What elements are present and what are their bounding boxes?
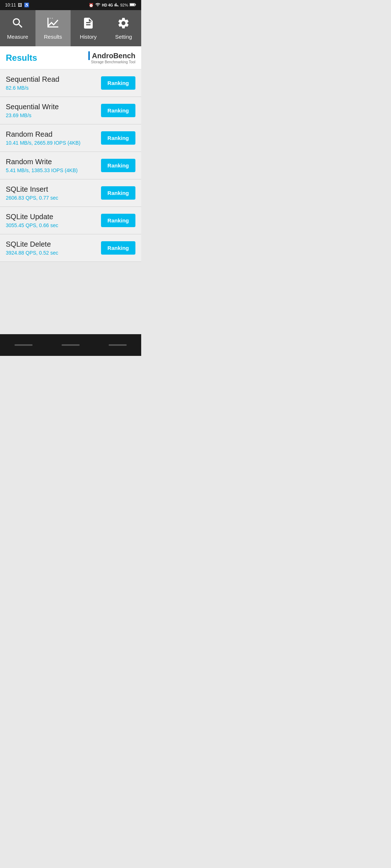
bottom-bar	[0, 334, 141, 356]
result-value-6: 3924.88 QPS, 0.52 sec	[6, 250, 58, 256]
status-right: ⏰ HD 4G 92%	[89, 2, 136, 8]
bottom-pill-right	[109, 344, 127, 346]
wifi-icon	[95, 2, 100, 8]
history-icon	[82, 17, 95, 31]
svg-rect-1	[135, 4, 136, 5]
photo-icon: 🖼	[18, 3, 22, 8]
result-value-4: 2606.83 QPS, 0.77 sec	[6, 195, 58, 201]
result-row-sequential-write: Sequential Write 23.69 MB/s Ranking	[0, 97, 141, 124]
brand-text: AndroBench	[92, 52, 135, 60]
result-row-random-write: Random Write 5.41 MB/s, 1385.33 IOPS (4K…	[0, 152, 141, 179]
svg-rect-3	[47, 26, 58, 27]
result-info-sequential-write: Sequential Write 23.69 MB/s	[6, 103, 59, 118]
result-value-2: 10.41 MB/s, 2665.89 IOPS (4KB)	[6, 140, 80, 146]
tab-results[interactable]: Results	[35, 10, 71, 46]
bottom-pill-center	[62, 344, 80, 346]
result-info-sqlite-insert: SQLite Insert 2606.83 QPS, 0.77 sec	[6, 185, 58, 201]
empty-area	[0, 262, 141, 334]
tab-measure[interactable]: Measure	[0, 10, 35, 46]
accessibility-icon: ♿	[24, 3, 29, 8]
battery-icon	[130, 3, 136, 8]
result-value-1: 23.69 MB/s	[6, 112, 59, 118]
brand-logo: AndroBench Storage Benchmarking Tool	[88, 51, 135, 64]
result-value-0: 82.6 MB/s	[6, 85, 59, 91]
svg-rect-2	[130, 4, 134, 6]
result-name-6: SQLite Delete	[6, 240, 58, 248]
bottom-pill-left	[14, 344, 33, 346]
page-title: Results	[6, 53, 37, 63]
result-value-5: 3055.45 QPS, 0.66 sec	[6, 222, 58, 228]
result-row-sequential-read: Sequential Read 82.6 MB/s Ranking	[0, 69, 141, 97]
time-display: 10:11	[5, 3, 16, 8]
settings-icon	[117, 17, 130, 31]
result-value-3: 5.41 MB/s, 1385.33 IOPS (4KB)	[6, 167, 77, 173]
status-left: 10:11 🖼 ♿	[5, 3, 29, 8]
page-header: Results AndroBench Storage Benchmarking …	[0, 46, 141, 69]
result-name-4: SQLite Insert	[6, 185, 58, 193]
result-name-0: Sequential Read	[6, 75, 59, 84]
tab-setting-label: Setting	[115, 34, 132, 40]
brand-subtitle: Storage Benchmarking Tool	[91, 60, 135, 64]
tab-setting[interactable]: Setting	[106, 10, 142, 46]
nav-tabs: Measure Results History	[0, 10, 141, 46]
result-name-2: Random Read	[6, 130, 80, 139]
result-info-sequential-read: Sequential Read 82.6 MB/s	[6, 75, 59, 91]
result-name-5: SQLite Update	[6, 213, 58, 221]
tab-history-label: History	[80, 34, 97, 40]
result-info-sqlite-update: SQLite Update 3055.45 QPS, 0.66 sec	[6, 213, 58, 228]
network-type: HD 4G	[102, 3, 113, 7]
result-row-random-read: Random Read 10.41 MB/s, 2665.89 IOPS (4K…	[0, 124, 141, 152]
ranking-btn-2[interactable]: Ranking	[101, 131, 135, 145]
ranking-btn-4[interactable]: Ranking	[101, 186, 135, 200]
result-row-sqlite-delete: SQLite Delete 3924.88 QPS, 0.52 sec Rank…	[0, 234, 141, 262]
result-info-random-write: Random Write 5.41 MB/s, 1385.33 IOPS (4K…	[6, 158, 77, 173]
svg-rect-4	[47, 18, 49, 26]
ranking-btn-5[interactable]: Ranking	[101, 214, 135, 227]
tab-measure-label: Measure	[7, 34, 28, 40]
tab-history[interactable]: History	[71, 10, 106, 46]
results-icon	[46, 17, 59, 31]
result-name-1: Sequential Write	[6, 103, 59, 111]
alarm-icon: ⏰	[89, 3, 94, 8]
result-row-sqlite-update: SQLite Update 3055.45 QPS, 0.66 sec Rank…	[0, 207, 141, 234]
ranking-btn-1[interactable]: Ranking	[101, 104, 135, 117]
status-bar: 10:11 🖼 ♿ ⏰ HD 4G 92%	[0, 0, 141, 10]
ranking-btn-3[interactable]: Ranking	[101, 159, 135, 172]
measure-icon	[11, 17, 24, 31]
result-row-sqlite-insert: SQLite Insert 2606.83 QPS, 0.77 sec Rank…	[0, 179, 141, 207]
ranking-btn-6[interactable]: Ranking	[101, 241, 135, 255]
signal-icon	[114, 2, 119, 8]
tab-results-label: Results	[44, 34, 62, 40]
result-info-sqlite-delete: SQLite Delete 3924.88 QPS, 0.52 sec	[6, 240, 58, 256]
battery-display: 92%	[120, 3, 128, 7]
results-list: Sequential Read 82.6 MB/s Ranking Sequen…	[0, 69, 141, 262]
result-name-3: Random Write	[6, 158, 77, 166]
svg-point-5	[89, 26, 91, 27]
ranking-btn-0[interactable]: Ranking	[101, 76, 135, 90]
brand-bar-decoration	[88, 51, 90, 60]
result-info-random-read: Random Read 10.41 MB/s, 2665.89 IOPS (4K…	[6, 130, 80, 146]
brand-name: AndroBench	[88, 51, 135, 60]
